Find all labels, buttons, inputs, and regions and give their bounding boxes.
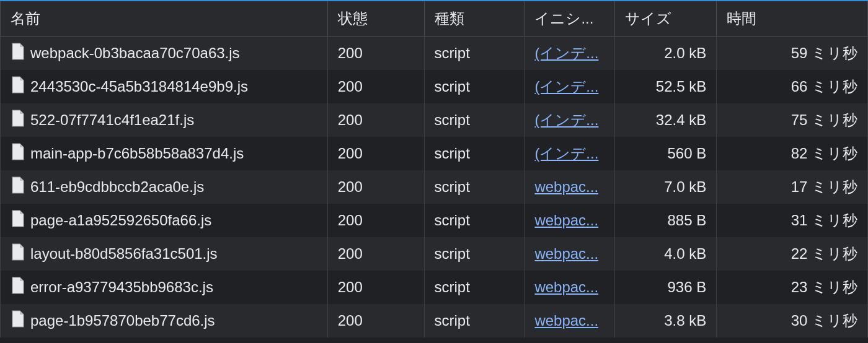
file-icon xyxy=(11,176,24,198)
table-row[interactable]: layout-b80d5856fa31c501.js200scriptwebpa… xyxy=(1,237,868,271)
initiator-link[interactable]: webpac... xyxy=(534,312,598,329)
file-icon xyxy=(11,243,24,264)
cell-name[interactable]: 611-eb9cdbbccb2aca0e.js xyxy=(1,170,328,204)
cell-time: 17 ミリ秒 xyxy=(717,170,868,204)
file-name-text: main-app-b7c6b58b58a837d4.js xyxy=(30,145,244,162)
initiator-link[interactable]: (インデ... xyxy=(534,111,598,128)
cell-type: script xyxy=(424,37,525,71)
file-name-text: error-a93779435bb9683c.js xyxy=(30,279,213,296)
table-row[interactable]: 522-07f7741c4f1ea21f.js200script(インデ...3… xyxy=(1,103,868,137)
cell-status: 200 xyxy=(327,70,424,103)
cell-name[interactable]: 522-07f7741c4f1ea21f.js xyxy=(1,103,328,137)
cell-status: 200 xyxy=(327,103,424,137)
cell-initiator[interactable]: (インデ... xyxy=(525,37,615,71)
cell-initiator[interactable]: webpac... xyxy=(525,204,615,237)
cell-name[interactable]: 2443530c-45a5b3184814e9b9.js xyxy=(1,70,328,103)
cell-type: script xyxy=(424,204,525,237)
table-row[interactable]: page-1b957870beb77cd6.js200scriptwebpac.… xyxy=(1,304,868,337)
cell-status: 200 xyxy=(327,304,424,337)
initiator-link[interactable]: webpac... xyxy=(534,245,598,262)
cell-status: 200 xyxy=(327,170,424,204)
initiator-link[interactable]: webpac... xyxy=(534,279,598,295)
file-name-text: 611-eb9cdbbccb2aca0e.js xyxy=(30,178,204,196)
cell-type: script xyxy=(424,70,525,103)
file-name-text: 522-07f7741c4f1ea21f.js xyxy=(30,111,194,129)
cell-size: 885 B xyxy=(615,204,717,237)
cell-initiator[interactable]: (インデ... xyxy=(525,103,615,137)
cell-name[interactable]: main-app-b7c6b58b58a837d4.js xyxy=(1,137,328,170)
file-name-text: layout-b80d5856fa31c501.js xyxy=(30,245,218,263)
column-header-time[interactable]: 時間 xyxy=(717,1,868,37)
cell-size: 4.0 kB xyxy=(615,237,717,271)
cell-time: 22 ミリ秒 xyxy=(717,237,868,271)
cell-time: 30 ミリ秒 xyxy=(717,304,868,337)
file-icon xyxy=(11,310,24,331)
column-header-type[interactable]: 種類 xyxy=(424,1,525,37)
file-icon xyxy=(11,277,24,298)
cell-type: script xyxy=(424,237,525,271)
cell-status: 200 xyxy=(327,237,424,271)
cell-initiator[interactable]: webpac... xyxy=(525,271,615,304)
file-icon xyxy=(11,43,24,64)
file-icon xyxy=(11,76,24,97)
cell-time: 66 ミリ秒 xyxy=(717,70,868,103)
table-row[interactable]: page-a1a952592650fa66.js200scriptwebpac.… xyxy=(1,204,868,237)
cell-name[interactable]: webpack-0b3bacaa70c70a63.js xyxy=(1,37,328,71)
cell-name[interactable]: page-1b957870beb77cd6.js xyxy=(1,304,328,337)
table-row[interactable]: 2443530c-45a5b3184814e9b9.js200script(イン… xyxy=(1,70,868,103)
cell-status: 200 xyxy=(327,204,424,237)
cell-size: 32.4 kB xyxy=(615,103,717,137)
cell-type: script xyxy=(424,137,525,170)
cell-size: 3.8 kB xyxy=(615,304,717,337)
cell-time: 23 ミリ秒 xyxy=(717,271,868,304)
cell-status: 200 xyxy=(327,137,424,170)
cell-initiator[interactable]: (インデ... xyxy=(525,137,615,170)
initiator-link[interactable]: webpac... xyxy=(534,212,598,228)
file-icon xyxy=(11,143,24,164)
file-name-text: webpack-0b3bacaa70c70a63.js xyxy=(30,45,240,62)
cell-size: 52.5 kB xyxy=(615,70,717,103)
cell-size: 560 B xyxy=(615,137,717,170)
initiator-link[interactable]: (インデ... xyxy=(534,145,598,162)
cell-size: 936 B xyxy=(615,271,717,304)
cell-name[interactable]: layout-b80d5856fa31c501.js xyxy=(1,237,328,271)
cell-time: 82 ミリ秒 xyxy=(717,137,868,170)
cell-initiator[interactable]: webpac... xyxy=(525,304,615,337)
cell-type: script xyxy=(424,103,525,137)
column-header-initiator[interactable]: イニシ... xyxy=(525,1,615,37)
column-header-name[interactable]: 名前 xyxy=(1,1,328,37)
network-table: 名前 状態 種類 イニシ... サイズ 時間 webpack-0b3bacaa7… xyxy=(0,0,868,337)
cell-time: 59 ミリ秒 xyxy=(717,37,868,71)
table-row[interactable]: main-app-b7c6b58b58a837d4.js200script(イン… xyxy=(1,137,868,170)
cell-type: script xyxy=(424,304,525,337)
table-row[interactable]: webpack-0b3bacaa70c70a63.js200script(インデ… xyxy=(1,37,868,71)
file-icon xyxy=(11,210,24,231)
initiator-link[interactable]: webpac... xyxy=(534,178,598,195)
cell-type: script xyxy=(424,170,525,204)
column-header-status[interactable]: 状態 xyxy=(327,1,424,37)
initiator-link[interactable]: (インデ... xyxy=(534,45,598,61)
initiator-link[interactable]: (インデ... xyxy=(534,78,598,95)
cell-status: 200 xyxy=(327,271,424,304)
file-name-text: page-1b957870beb77cd6.js xyxy=(30,312,215,329)
cell-size: 7.0 kB xyxy=(615,170,717,204)
table-row[interactable]: error-a93779435bb9683c.js200scriptwebpac… xyxy=(1,271,868,304)
cell-status: 200 xyxy=(327,37,424,71)
cell-initiator[interactable]: webpac... xyxy=(525,170,615,204)
table-row[interactable]: 611-eb9cdbbccb2aca0e.js200scriptwebpac..… xyxy=(1,170,868,204)
column-header-size[interactable]: サイズ xyxy=(615,1,717,37)
file-name-text: page-a1a952592650fa66.js xyxy=(30,212,211,229)
file-name-text: 2443530c-45a5b3184814e9b9.js xyxy=(30,78,248,95)
cell-initiator[interactable]: (インデ... xyxy=(525,70,615,103)
file-icon xyxy=(11,110,24,131)
cell-initiator[interactable]: webpac... xyxy=(525,237,615,271)
table-header-row: 名前 状態 種類 イニシ... サイズ 時間 xyxy=(1,1,868,37)
cell-name[interactable]: error-a93779435bb9683c.js xyxy=(1,271,328,304)
cell-type: script xyxy=(424,271,525,304)
cell-name[interactable]: page-a1a952592650fa66.js xyxy=(1,204,328,237)
cell-size: 2.0 kB xyxy=(615,37,717,71)
cell-time: 75 ミリ秒 xyxy=(717,103,868,137)
cell-time: 31 ミリ秒 xyxy=(717,204,868,237)
